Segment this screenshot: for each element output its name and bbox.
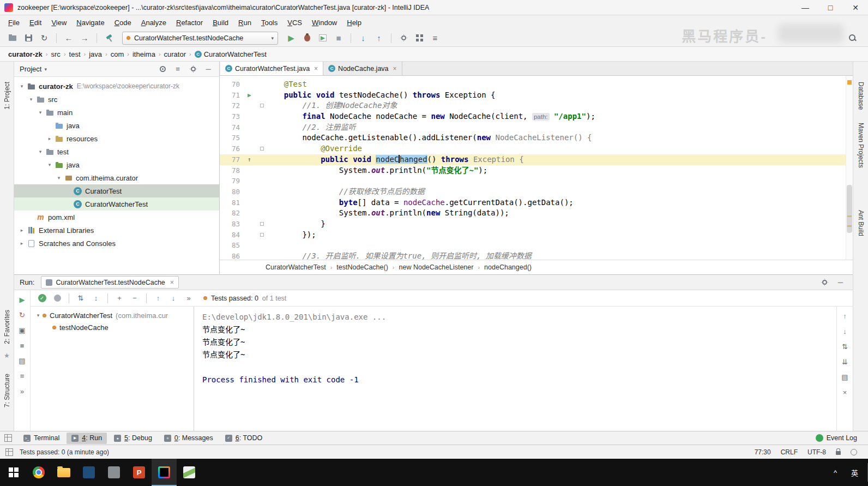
project-tree-item-external-libraries[interactable]: ▸External Libraries [14, 224, 219, 237]
line-separator[interactable]: CRLF [781, 448, 798, 456]
print-icon[interactable]: ▤ [841, 373, 848, 381]
coverage-icon[interactable]: ▶ [316, 32, 330, 45]
expand-all-icon[interactable]: + [112, 292, 126, 304]
code-line[interactable]: 76 @Override [220, 143, 853, 154]
menu-window[interactable]: Window [307, 17, 342, 28]
collapse-all-button[interactable]: ≡ [172, 65, 183, 73]
build-icon[interactable] [102, 32, 116, 45]
chevron-down-icon[interactable]: ▾ [27, 97, 35, 102]
project-tree-item-com-itheima-curator[interactable]: ▾com.itheima.curator [14, 171, 219, 184]
menu-navigate[interactable]: Navigate [71, 17, 109, 28]
stop-icon[interactable]: ■ [17, 340, 27, 350]
project-tree-item-curatortest[interactable]: CCuratorTest [14, 184, 219, 197]
project-tree-item-src[interactable]: ▾src [14, 93, 219, 106]
sync-icon[interactable]: ↻ [37, 32, 51, 45]
code-line[interactable]: 79 [220, 176, 853, 187]
code-line[interactable]: 85 [220, 240, 853, 251]
menu-build[interactable]: Build [208, 17, 233, 28]
menu-file[interactable]: File [3, 17, 25, 28]
chevron-down-icon[interactable]: ▾ [34, 313, 43, 318]
menu-help[interactable]: Help [342, 17, 366, 28]
code-line[interactable]: 74 //2. 注册监听 [220, 122, 853, 133]
chevron-right-icon[interactable]: ▸ [45, 136, 54, 141]
code-line[interactable]: 71▶ public void testNodeCache() throws E… [220, 90, 853, 101]
editor-breadcrumb-item[interactable]: CuratorWatcherTest [266, 263, 326, 271]
breadcrumb-curator-zk[interactable]: curator-zk [5, 49, 45, 59]
run-console[interactable]: E:\develop\jdk1.8.0_201\bin\java.exe ...… [194, 307, 836, 431]
project-tree-item-java[interactable]: ▾java [14, 158, 219, 171]
clear-icon[interactable]: × [843, 388, 847, 397]
chevron-down-icon[interactable]: ▾ [17, 83, 26, 89]
open-icon[interactable] [5, 32, 20, 45]
up-icon[interactable]: ↑ [843, 312, 847, 320]
sort-alphabetically-icon[interactable]: ⇅ [74, 292, 88, 304]
editor-tab-nodecache-java[interactable]: CNodeCache.java× [323, 62, 402, 75]
chevron-down-icon[interactable]: ▾ [55, 175, 63, 181]
caret-position[interactable]: 77:30 [755, 448, 771, 456]
breadcrumb-src[interactable]: src [49, 49, 63, 59]
code-line[interactable]: 84 }); [220, 230, 853, 241]
run-configuration-select[interactable]: CuratorWatcherTest.testNodeCache ▾ [122, 32, 278, 45]
minimize-button[interactable]: — [793, 0, 818, 15]
run-tab[interactable]: CuratorWatcherTest.testNodeCache × [41, 276, 179, 289]
settings-button[interactable] [188, 67, 198, 71]
tool-window-tab-5-debug[interactable]: ●5: Debug [109, 433, 157, 444]
settings-icon[interactable] [396, 32, 411, 45]
chevron-down-icon[interactable]: ▾ [36, 110, 45, 115]
close-icon[interactable]: × [170, 279, 174, 286]
breadcrumb-test[interactable]: test [67, 49, 83, 59]
project-tree-item-curatorwatchertest[interactable]: CCuratorWatcherTest [14, 197, 219, 211]
editor-scrollbar[interactable] [846, 76, 853, 260]
chevron-right-icon[interactable]: ▸ [17, 241, 26, 246]
input-language-indicator[interactable]: 英 [851, 467, 858, 478]
project-tree-item-pom-xml[interactable]: mpom.xml [14, 211, 219, 224]
chevron-down-icon[interactable]: ▾ [45, 162, 54, 167]
save-icon[interactable] [21, 32, 35, 45]
editor-breadcrumb-item[interactable]: new NodeCacheListener [399, 263, 474, 271]
tool-window-tab-6-todo[interactable]: ✓6: TODO [220, 433, 268, 444]
fold-marker-icon[interactable] [260, 104, 264, 107]
more-icon[interactable]: » [17, 386, 27, 396]
test-tree-item-testnodecache[interactable]: testNodeCache [31, 321, 194, 333]
app-icon-2[interactable] [101, 459, 126, 486]
notepad-icon[interactable] [177, 459, 202, 486]
tool-window-tab-0-messages[interactable]: ≡0: Messages [159, 433, 218, 444]
down-icon[interactable]: ↓ [843, 327, 847, 335]
more-icon[interactable]: » [182, 292, 196, 304]
search-icon[interactable] [848, 34, 863, 42]
start-button[interactable] [1, 459, 26, 486]
menu-code[interactable]: Code [110, 17, 136, 28]
powerpoint-icon[interactable]: P [126, 459, 152, 486]
test-tree-item-curatorwatchertest[interactable]: ▾CuratorWatcherTest(com.itheima.cur [31, 309, 194, 321]
gear-icon[interactable] [822, 280, 827, 285]
tool-strip-7-structure[interactable]: 7: Structure [0, 374, 14, 407]
project-tree-item-java[interactable]: java [14, 119, 219, 132]
run-test-icon[interactable]: ▶ [248, 90, 251, 101]
lock-icon[interactable] [836, 451, 841, 455]
project-tree-item-resources[interactable]: ▸resources [14, 132, 219, 145]
breadcrumb-curator[interactable]: curator [161, 49, 189, 59]
tool-strip-database[interactable]: Database [853, 82, 868, 110]
menu-analyze[interactable]: Analyze [136, 17, 171, 28]
show-ignored-icon[interactable] [50, 292, 64, 304]
project-view-selector[interactable]: Project ▾ [20, 65, 47, 73]
rerun-failed-icon[interactable]: ↻ [17, 310, 27, 320]
indicator-icon[interactable] [851, 449, 857, 455]
previous-failed-icon[interactable]: ↑ [151, 292, 165, 304]
tool-window-tab-terminal[interactable]: >_Terminal [19, 433, 64, 444]
breadcrumb-itheima[interactable]: itheima [130, 49, 158, 59]
tool-strip-2-favorites[interactable]: 2: Favorites [0, 310, 14, 344]
project-structure-icon[interactable] [412, 32, 426, 45]
tool-window-switcher-icon[interactable] [4, 434, 12, 442]
breadcrumb-com[interactable]: com [108, 49, 127, 59]
fold-marker-icon[interactable] [260, 222, 264, 226]
hide-panel-button[interactable]: ─ [838, 278, 843, 286]
commit-icon[interactable]: ↑ [372, 32, 386, 45]
hide-panel-button[interactable]: ─ [203, 65, 214, 73]
update-icon[interactable]: ↓ [356, 32, 370, 45]
menu-vcs[interactable]: VCS [282, 17, 307, 28]
chevron-right-icon[interactable]: ▸ [17, 227, 26, 233]
menu-run[interactable]: Run [233, 17, 256, 28]
screenshot-icon[interactable]: ▤ [17, 356, 27, 365]
tool-strip-1-project[interactable]: 1: Project [0, 82, 14, 110]
